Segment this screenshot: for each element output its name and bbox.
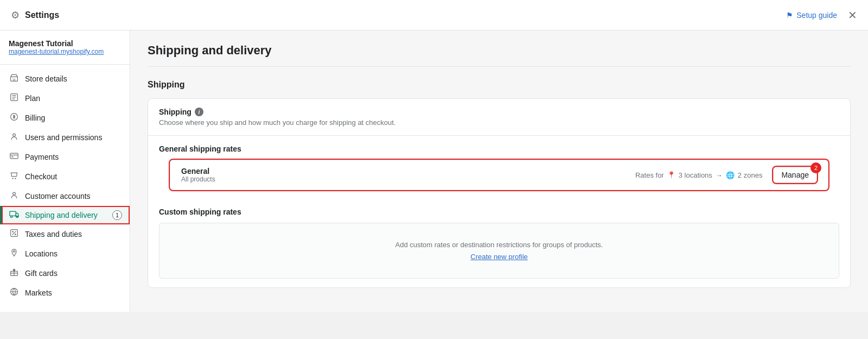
shipping-info-title: Shipping i — [159, 108, 839, 116]
rate-name: General — [181, 167, 624, 175]
rate-row: General All products Rates for 📍 3 locat… — [170, 160, 828, 190]
shipping-icon — [9, 210, 20, 220]
sidebar-item-label-gift-cards: Gift cards — [25, 269, 58, 278]
plan-icon — [9, 93, 20, 104]
sidebar-item-customer-accounts[interactable]: Customer accounts — [0, 186, 130, 206]
gift-cards-icon — [9, 268, 20, 279]
customer-accounts-icon — [9, 191, 20, 202]
settings-title-area: ⚙ Settings — [11, 9, 59, 21]
rates-for-label: Rates for — [635, 171, 664, 179]
settings-main: Shipping and delivery Shipping Shipping … — [130, 30, 868, 312]
custom-rates-placeholder: Add custom rates or destination restrict… — [159, 223, 839, 279]
shipping-info-desc: Choose where you ship and how much you c… — [159, 118, 839, 127]
sidebar-item-taxes-duties[interactable]: Taxes and duties — [0, 224, 130, 244]
svg-rect-10 — [10, 211, 16, 216]
sidebar-item-label-taxes: Taxes and duties — [25, 230, 82, 238]
sidebar-item-label-billing: Billing — [25, 114, 45, 122]
location-pin-icon: 📍 — [667, 171, 675, 179]
custom-rates-title: Custom shipping rates — [159, 208, 839, 216]
setup-guide-label: Setup guide — [796, 11, 837, 20]
settings-sidebar: Magenest Tutorial magenest-tutorial.mysh… — [0, 30, 130, 312]
sidebar-item-label-store-details: Store details — [25, 74, 67, 83]
sidebar-item-label-checkout: Checkout — [25, 172, 57, 181]
sidebar-item-checkout[interactable]: Checkout — [0, 167, 130, 186]
flag-icon: ⚑ — [786, 11, 793, 20]
sidebar-item-locations[interactable]: Locations — [0, 244, 130, 263]
manage-btn-container: Manage 2 — [773, 167, 817, 183]
sidebar-item-label-payments: Payments — [25, 153, 59, 161]
sidebar-item-gift-cards[interactable]: Gift cards — [0, 263, 130, 283]
settings-header-right: ⚑ Setup guide ✕ — [786, 10, 857, 21]
shipping-section-title: Shipping — [148, 80, 851, 90]
custom-rates-placeholder-text: Add custom rates or destination restrict… — [170, 241, 828, 249]
rate-row-container: General All products Rates for 📍 3 locat… — [148, 160, 850, 208]
svg-rect-5 — [10, 153, 18, 159]
sidebar-item-label-customer-accounts: Customer accounts — [25, 192, 91, 200]
sidebar-item-billing[interactable]: Billing — [0, 108, 130, 128]
svg-point-7 — [12, 178, 13, 179]
svg-point-14 — [13, 250, 15, 252]
svg-point-4 — [13, 134, 16, 136]
sidebar-item-label-users: Users and permissions — [25, 133, 102, 142]
settings-window: ⚙ Settings ⚑ Setup guide ✕ Magenest Tuto… — [0, 0, 868, 312]
zones-count: 2 zones — [738, 171, 763, 179]
store-details-icon — [9, 73, 20, 84]
globe-icon: 🌐 — [726, 171, 735, 179]
shipping-info-section: Shipping i Choose where you ship and how… — [148, 99, 850, 136]
sidebar-item-store-details[interactable]: Store details — [0, 69, 130, 89]
locations-count: 3 locations — [679, 171, 712, 179]
sidebar-store-name: Magenest Tutorial — [9, 39, 121, 48]
rate-info: General All products — [181, 167, 624, 183]
custom-rates-section: Custom shipping rates Add custom rates o… — [148, 208, 850, 287]
sidebar-item-payments[interactable]: Payments — [0, 147, 130, 167]
taxes-icon — [9, 229, 20, 240]
general-rates-section: General shipping rates General All produ… — [148, 136, 850, 208]
markets-icon — [9, 287, 20, 298]
general-rates-title: General shipping rates — [148, 136, 850, 160]
sidebar-item-label-plan: Plan — [25, 94, 40, 103]
sidebar-item-shipping-delivery[interactable]: Shipping and delivery 1 — [0, 206, 130, 224]
sidebar-item-users-permissions[interactable]: Users and permissions — [0, 128, 130, 147]
page-title: Shipping and delivery — [148, 43, 851, 67]
svg-rect-6 — [11, 156, 13, 158]
settings-body: Magenest Tutorial magenest-tutorial.mysh… — [0, 30, 868, 312]
rate-locations: Rates for 📍 3 locations → 🌐 2 zones — [635, 171, 762, 179]
arrow-right-icon: → — [716, 171, 723, 179]
info-icon: i — [195, 108, 203, 116]
shipping-badge: 1 — [112, 210, 122, 220]
create-new-profile-link[interactable]: Create new profile — [470, 253, 528, 261]
shipping-card: Shipping i Choose where you ship and how… — [148, 98, 851, 288]
sidebar-item-label-shipping: Shipping and delivery — [25, 211, 98, 219]
settings-title: Settings — [25, 10, 59, 20]
svg-point-11 — [10, 216, 12, 217]
locations-icon — [9, 248, 20, 259]
gear-icon: ⚙ — [11, 9, 20, 21]
sidebar-item-label-markets: Markets — [25, 288, 52, 297]
sidebar-item-markets[interactable]: Markets — [0, 283, 130, 303]
sidebar-store-url[interactable]: magenest-tutorial.myshopify.com — [9, 48, 121, 55]
manage-badge: 2 — [810, 162, 821, 173]
sidebar-item-label-locations: Locations — [25, 249, 58, 258]
setup-guide-link[interactable]: ⚑ Setup guide — [786, 11, 837, 20]
billing-icon — [9, 112, 20, 123]
users-icon — [9, 132, 20, 143]
rate-products: All products — [181, 175, 624, 183]
svg-point-8 — [15, 178, 16, 179]
payments-icon — [9, 152, 20, 162]
checkout-icon — [9, 171, 20, 182]
close-button[interactable]: ✕ — [848, 10, 857, 21]
settings-header: ⚙ Settings ⚑ Setup guide ✕ — [0, 0, 868, 30]
svg-point-9 — [13, 192, 16, 195]
sidebar-item-plan[interactable]: Plan — [0, 89, 130, 108]
sidebar-store-info: Magenest Tutorial magenest-tutorial.mysh… — [0, 39, 130, 65]
svg-rect-1 — [13, 79, 16, 81]
